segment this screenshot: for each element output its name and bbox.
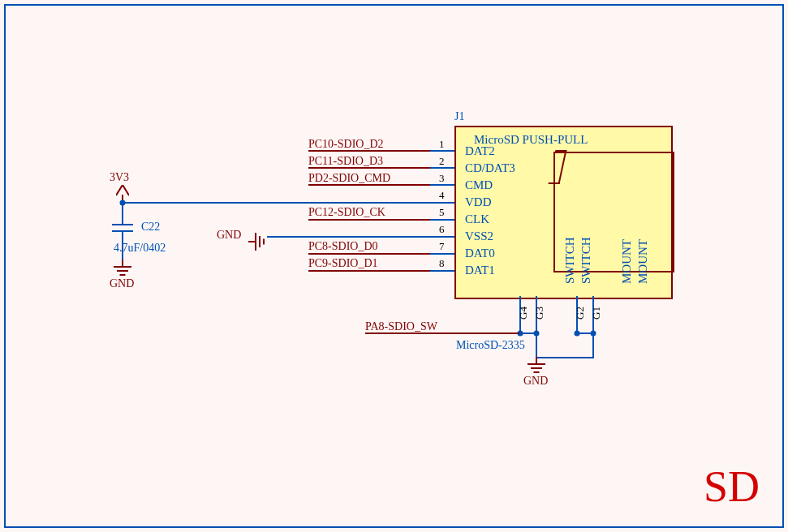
wire-vdd bbox=[122, 202, 454, 204]
pin3-num: 3 bbox=[439, 172, 445, 185]
wire bbox=[536, 333, 537, 358]
pin7-net: PC8-SDIO_D0 bbox=[308, 240, 378, 254]
pin1-net: PC10-SDIO_D2 bbox=[308, 138, 384, 152]
pin7-num: 7 bbox=[439, 240, 445, 253]
pin1-num: 1 bbox=[439, 138, 445, 151]
wire bbox=[592, 333, 594, 358]
pin-stub bbox=[430, 219, 454, 221]
g2-num: G2 bbox=[574, 307, 587, 320]
pin1-name: DAT2 bbox=[465, 144, 495, 158]
connector-partnum: MicroSD-2335 bbox=[456, 339, 525, 352]
pin3-net: PD2-SDIO_CMD bbox=[308, 172, 390, 186]
g4-num: G4 bbox=[517, 307, 530, 320]
junction bbox=[575, 331, 580, 337]
cap-ref: C22 bbox=[141, 221, 160, 234]
pin4-num: 4 bbox=[439, 189, 445, 202]
pin8-num: 8 bbox=[439, 257, 445, 270]
gnd-label-2: GND bbox=[217, 229, 241, 242]
pin-stub bbox=[430, 236, 454, 238]
pin2-name: CD/DAT3 bbox=[465, 161, 515, 175]
g4-name: SWITCH bbox=[563, 238, 577, 285]
wire-vss bbox=[267, 236, 454, 238]
sheet-title: SD bbox=[704, 461, 760, 512]
g3-num: G3 bbox=[533, 307, 546, 320]
pin6-num: 6 bbox=[439, 223, 445, 236]
pin5-name: CLK bbox=[465, 212, 489, 226]
pin5-num: 5 bbox=[439, 206, 445, 219]
pin5-net: PC12-SDIO_CK bbox=[308, 206, 385, 220]
schematic-canvas: 3V3 C22 4.7uF/0402 GND GND J1 MicroSD PU… bbox=[0, 0, 788, 532]
pin-stub bbox=[430, 270, 454, 272]
cap-value: 4.7uF/0402 bbox=[114, 242, 166, 255]
pin7-name: DAT0 bbox=[465, 247, 495, 260]
pin8-net: PC9-SDIO_D1 bbox=[308, 257, 378, 271]
pin-stub bbox=[430, 202, 454, 204]
gnd-label: GND bbox=[110, 277, 134, 290]
pin2-num: 2 bbox=[439, 155, 445, 168]
pin8-name: DAT1 bbox=[465, 264, 495, 277]
switch-net-label: PA8-SDIO_SW bbox=[365, 320, 437, 334]
pin3-name: CMD bbox=[465, 178, 493, 192]
gnd-label-3: GND bbox=[523, 375, 548, 388]
gnd-symbol-2 bbox=[248, 225, 273, 258]
pin2-net: PC11-SDIO_D3 bbox=[308, 155, 383, 169]
card-notch bbox=[549, 150, 567, 184]
g1-num: G1 bbox=[590, 307, 603, 320]
g1-name: MOUNT bbox=[636, 239, 650, 284]
pin4-name: VDD bbox=[465, 195, 492, 209]
g3-name: SWITCH bbox=[579, 238, 593, 285]
pin-stub bbox=[430, 253, 454, 255]
cap-plate-top bbox=[112, 224, 133, 225]
power-rail-label: 3V3 bbox=[110, 171, 129, 184]
connector-ref: J1 bbox=[454, 110, 464, 123]
g2-name: MOUNT bbox=[620, 239, 634, 284]
wire bbox=[122, 203, 123, 224]
pin6-name: VSS2 bbox=[465, 230, 493, 243]
